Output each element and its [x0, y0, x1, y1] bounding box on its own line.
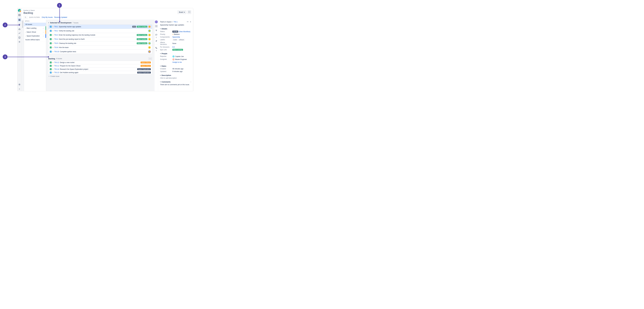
section-title: Backlog: [48, 58, 55, 60]
issue-row[interactable]: ◻ ≡ TIS-14 Research the Space Exploratio…: [48, 68, 152, 71]
issue-key[interactable]: TIS-13: [54, 72, 59, 74]
status-label: Status:: [160, 30, 172, 32]
issue-key[interactable]: TIS-4: [54, 38, 58, 40]
issue-summary: Complete ignition tests: [60, 51, 76, 52]
filter-only-my-issues[interactable]: Only My Issues: [42, 16, 53, 18]
assignee-avatar: 🙂: [148, 42, 151, 45]
board-dropdown[interactable]: Board ▾: [178, 10, 186, 14]
board-icon[interactable]: [18, 14, 21, 16]
assignee-avatar: 🙂: [148, 46, 151, 49]
expand-sidebar-icon[interactable]: »: [18, 88, 21, 90]
issue-key[interactable]: TIS-3: [54, 34, 58, 36]
release-icon[interactable]: [18, 28, 21, 30]
priority-value: Medium: [174, 34, 180, 35]
filter-recently-updated[interactable]: Recently Updated: [54, 16, 67, 18]
breadcrumb-key[interactable]: TIS-1: [174, 21, 178, 23]
issue-key[interactable]: TIS-2: [54, 30, 58, 32]
more-icon[interactable]: ···: [43, 35, 45, 37]
fullscreen-button[interactable]: [188, 10, 191, 14]
issue-row[interactable]: ◻ ≡ TIS-12 Design a new rocket Saturn Sh…: [48, 61, 152, 64]
fix-version-link[interactable]: 8.0: [172, 46, 175, 48]
annotation-2-dot: [19, 24, 20, 26]
issue-row[interactable]: ◻ ≡ TIS-11 Prepare for the Saturn Shoot …: [48, 64, 152, 68]
epics-header: EPICS: [24, 20, 46, 23]
issue-row[interactable]: ✓ ≡ TIS-13 Get Hubble working again Spac…: [48, 71, 152, 74]
filter-icon[interactable]: [155, 29, 158, 32]
attach-icon[interactable]: [155, 40, 158, 42]
backlog-icon[interactable]: [18, 18, 21, 22]
epic-all-issues[interactable]: All issues: [24, 23, 46, 26]
more-icon[interactable]: ···: [43, 31, 45, 33]
issue-row[interactable]: ✓ ≡ TIS-1 Spaceship tracker app updates …: [48, 25, 152, 29]
created-value: 46 minutes ago: [172, 68, 191, 70]
settings-icon[interactable]: [18, 83, 21, 86]
view-workflow-link[interactable]: (View Workflow): [179, 31, 190, 32]
scroll-top-icon[interactable]: ↑: [190, 81, 191, 83]
epic-saturn-shoot[interactable]: ›Saturn Shoot···: [24, 30, 46, 34]
svg-rect-3: [19, 19, 20, 20]
project-avatar[interactable]: [18, 9, 21, 12]
label-tag[interactable]: software: [178, 39, 185, 41]
quick-filters-label: QUICK FILTERS:: [29, 17, 40, 18]
components-label: Component/s:: [160, 36, 172, 38]
issue-key[interactable]: TIS-11: [54, 65, 59, 67]
dev-issue-list: ✓ ≡ TIS-1 Spaceship tracker app updates …: [48, 24, 152, 54]
label-tag[interactable]: rocket: [172, 39, 178, 41]
pages-icon[interactable]: [18, 36, 21, 39]
close-icon[interactable]: ✕: [190, 21, 191, 23]
issue-key[interactable]: TIS-5: [54, 42, 58, 44]
detail-project-avatar[interactable]: [155, 20, 158, 23]
issue-key[interactable]: TIS-6: [54, 46, 58, 48]
comments-icon[interactable]: [155, 33, 158, 36]
info-icon[interactable]: ⓘ: [155, 25, 158, 28]
epic-link-badge[interactable]: Mars Landing: [172, 49, 183, 51]
issue-row[interactable]: ✓ ≡ TIS-10 Complete ignition tests 🙂: [48, 50, 152, 54]
issue-row[interactable]: ◻ ≡ TIS-6 Hire the team 🙂: [48, 46, 152, 50]
dates-section-head[interactable]: ▾Dates: [160, 65, 191, 67]
comments-section-head[interactable]: ▾Comments↑: [160, 81, 191, 83]
issue-row[interactable]: ◻ ≡ TIS-3 Enter the landing trajectory i…: [48, 33, 152, 37]
description-section-head[interactable]: ▾Description: [160, 74, 191, 76]
avatar: [172, 56, 174, 58]
issue-key[interactable]: TIS-10: [54, 51, 59, 52]
annotation-3: 3: [3, 54, 8, 59]
issue-key[interactable]: TIS-1: [54, 26, 58, 28]
issue-key[interactable]: TIS-14: [54, 68, 59, 70]
left-nav-rail: »: [18, 8, 21, 91]
app-window: » Board ▾ Kanban in Space Backlog QUICK …: [18, 8, 193, 91]
assignee-value: Master Engineer: [175, 58, 187, 60]
reports-icon[interactable]: [18, 32, 21, 34]
section-toggle[interactable]: ▾: [48, 22, 49, 24]
annotation-2: 2: [3, 22, 8, 27]
created-label: Created:: [160, 68, 172, 70]
component-link[interactable]: Spaceship: [172, 36, 180, 38]
issue-row[interactable]: ✓ ≡ TIS-2 Verify the landing site 🙂: [48, 29, 152, 33]
issue-row[interactable]: ◻ ≡ TIS-5 Cleanup the landing site Mars …: [48, 41, 152, 46]
subtask-icon[interactable]: [155, 46, 158, 49]
assign-to-me-link[interactable]: Assign to me: [172, 61, 182, 63]
affects-value: None: [172, 42, 191, 45]
status-value: TO DO: [172, 30, 178, 32]
search-input[interactable]: [24, 16, 28, 19]
description-placeholder[interactable]: Click to add description: [160, 77, 191, 79]
epic-mars-landing[interactable]: ›Mars Landing···: [24, 26, 46, 30]
versions-panel-collapsed[interactable]: VERSIONS: [21, 20, 24, 91]
annotation-1-dot: [59, 21, 60, 22]
section-more-button[interactable]: ···: [148, 57, 152, 60]
issue-type-icon: ◻: [50, 65, 52, 67]
more-icon[interactable]: ···: [43, 27, 45, 29]
svg-rect-0: [18, 14, 20, 16]
subtask-count: 0: [156, 50, 157, 51]
breadcrumb-project[interactable]: Teams in Space: [160, 21, 172, 23]
settings-small-icon[interactable]: [18, 41, 21, 43]
people-section-head[interactable]: ▾People: [160, 52, 191, 54]
issue-summary: Research the Space Exploration project: [60, 68, 88, 70]
epic-without-epics[interactable]: Issues without epics: [24, 38, 46, 42]
issue-key[interactable]: TIS-12: [54, 62, 59, 64]
section-backlog: Backlog 4 issues ···: [48, 57, 152, 60]
create-issue-button[interactable]: +Create issue: [48, 74, 152, 78]
issue-row[interactable]: ◻ ≡ TIS-4 Send the pre-landing report to…: [48, 37, 152, 41]
details-section-head[interactable]: ▾Details: [160, 28, 191, 30]
detail-more-icon[interactable]: •••: [187, 21, 188, 23]
epic-space-exploration[interactable]: ›Space Exploration···: [24, 34, 46, 38]
